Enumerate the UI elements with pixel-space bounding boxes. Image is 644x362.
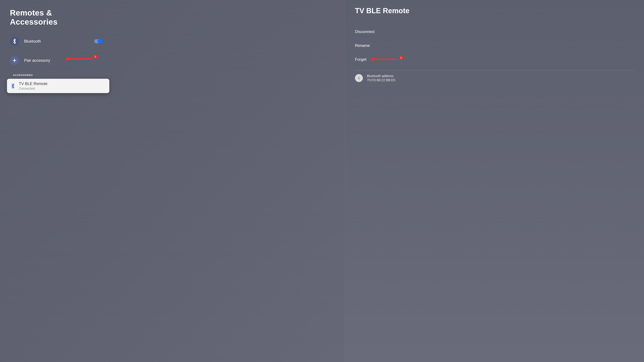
device-status: Connected — [19, 87, 48, 90]
bluetooth-toggle[interactable] — [94, 39, 102, 43]
device-name: TV BLE Remote — [19, 81, 48, 86]
accessories-section-header: ACCESSORIES — [13, 74, 345, 76]
forget-item[interactable]: Forget 1 — [355, 52, 634, 67]
annotation-badge-2: 2 — [94, 55, 97, 58]
device-detail-panel: TV BLE Remote Disconnect Rename Forget 1… — [345, 0, 644, 362]
annotation-arrow-2 — [66, 56, 94, 62]
detail-title: TV BLE Remote — [355, 6, 634, 15]
bluetooth-icon — [10, 37, 19, 46]
info-icon: i — [355, 74, 363, 82]
device-card-text: TV BLE Remote Connected — [19, 81, 48, 90]
rename-item[interactable]: Rename — [355, 39, 634, 52]
bluetooth-icon — [11, 83, 15, 89]
bluetooth-address-row: i Bluetooth address 70:FD:88:22:BB:E5 — [355, 70, 634, 86]
bluetooth-label: Bluetooth — [24, 39, 41, 43]
annotation-arrow-1 — [372, 56, 400, 62]
pair-accessory-label: Pair accessory — [24, 58, 50, 63]
device-card[interactable]: TV BLE Remote Connected — [7, 79, 109, 93]
disconnect-item[interactable]: Disconnect — [355, 25, 634, 39]
bluetooth-row[interactable]: Bluetooth — [10, 35, 102, 48]
info-value: 70:FD:88:22:BB:E5 — [367, 78, 395, 82]
page-title: Remotes & Accessories — [10, 8, 76, 26]
info-label: Bluetooth address — [367, 74, 395, 78]
forget-label: Forget — [355, 57, 366, 61]
settings-screen: Remotes & Accessories Bluetooth Pair acc… — [0, 0, 644, 362]
pair-accessory-row[interactable]: Pair accessory 2 — [10, 54, 102, 67]
plus-icon — [10, 56, 19, 65]
toggle-knob — [98, 39, 103, 44]
annotation-badge-1: 1 — [399, 56, 403, 59]
remotes-panel: Remotes & Accessories Bluetooth Pair acc… — [0, 0, 345, 362]
